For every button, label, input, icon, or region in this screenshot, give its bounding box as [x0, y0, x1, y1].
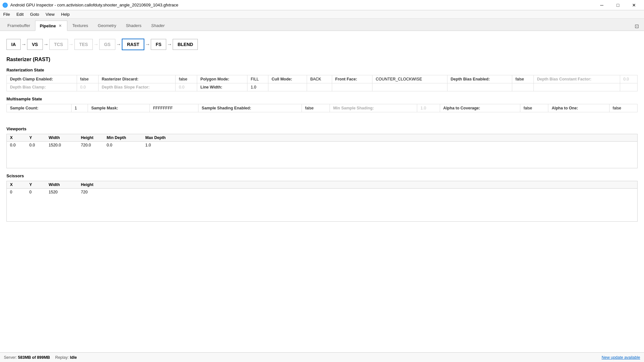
line-width-value: 1.0: [247, 83, 268, 91]
stage-tcs[interactable]: TCS: [49, 39, 68, 50]
alpha-coverage-value: false: [520, 104, 548, 112]
tab-geometry[interactable]: Geometry: [93, 20, 121, 31]
window-title: Android GPU Inspector - com.activision.c…: [10, 3, 178, 7]
stage-tes[interactable]: TES: [74, 39, 93, 50]
close-button[interactable]: ✕: [627, 1, 641, 9]
window-controls: ─ □ ✕: [594, 1, 641, 9]
sc-header-width: Width: [49, 182, 81, 187]
tabs-bar: Framebuffer Pipeline ✕ Textures Geometry…: [0, 19, 644, 31]
sample-count-label: Sample Count:: [7, 104, 72, 112]
sc-width: 1520: [49, 190, 81, 194]
multisample-state-table: Sample Count: 1 Sample Mask: FFFFFFFF Sa…: [6, 104, 638, 112]
depth-bias-enabled-label: Depth Bias Enabled:: [447, 75, 512, 83]
viewports-row-0: 0.0 0.0 1520.0 720.0 0.0 1.0: [7, 142, 637, 149]
sc-header-y: Y: [29, 182, 49, 187]
stage-vs[interactable]: VS: [27, 39, 43, 50]
main-content: IA → VS → TCS → TES → GS → RAST → FS → B…: [0, 31, 644, 352]
vp-y: 0.0: [29, 143, 49, 147]
vp-height: 720.0: [81, 143, 107, 147]
tab-shader[interactable]: Shader: [146, 20, 169, 31]
multisample-row: Sample Count: 1 Sample Mask: FFFFFFFF Sa…: [7, 104, 638, 112]
rast-row-2: Depth Bias Clamp: 0.0 Depth Bias Slope F…: [7, 83, 638, 91]
depth-bias-clamp-label: Depth Bias Clamp:: [7, 83, 77, 91]
multisample-state-title: Multisample State: [6, 97, 638, 101]
depth-bias-constant-value: 0.0: [620, 75, 637, 83]
scissors-header: X Y Width Height: [7, 181, 637, 189]
replay-value: Idle: [70, 355, 77, 360]
tab-pipeline-close[interactable]: ✕: [58, 23, 62, 28]
depth-clamp-value: false: [77, 75, 98, 83]
vp-header-width: Width: [49, 135, 81, 140]
viewports-grid: X Y Width Height Min Depth Max Depth 0.0…: [6, 134, 638, 168]
vp-header-mindepth: Min Depth: [107, 135, 145, 140]
min-sample-shading-label: Min Sample Shading:: [330, 104, 417, 112]
tab-framebuffer[interactable]: Framebuffer: [3, 20, 35, 31]
vp-max-depth: 1.0: [145, 143, 184, 147]
maximize-button[interactable]: □: [610, 1, 625, 9]
tab-shaders[interactable]: Shaders: [121, 20, 146, 31]
line-width-label: Line Width:: [197, 83, 247, 91]
rasterizer-title: Rasterizer (RAST): [6, 57, 638, 62]
min-sample-shading-value: 1.0: [417, 104, 440, 112]
rasterization-state-table: Depth Clamp Enabled: false Rasterizer Di…: [6, 75, 638, 91]
depth-bias-clamp-value: 0.0: [77, 83, 98, 91]
server-label: Server:: [4, 355, 17, 360]
sc-header-height: Height: [81, 182, 107, 187]
sample-mask-label: Sample Mask:: [88, 104, 150, 112]
vp-x: 0.0: [10, 143, 29, 147]
menu-help[interactable]: Help: [58, 11, 73, 18]
menu-file[interactable]: File: [0, 11, 13, 18]
alpha-one-label: Alpha to One:: [548, 104, 609, 112]
depth-bias-slope-value: 0.0: [176, 83, 197, 91]
viewports-title: Viewports: [6, 126, 638, 131]
vp-width: 1520.0: [49, 143, 81, 147]
tab-textures[interactable]: Textures: [67, 20, 93, 31]
minimize-button[interactable]: ─: [594, 1, 609, 9]
status-bar: Server: 583MB of 899MB Replay: Idle New …: [0, 352, 644, 362]
alpha-one-value: false: [609, 104, 637, 112]
depth-bias-constant-label: Depth Bias Constant Factor:: [533, 75, 620, 83]
front-face-value: COUNTER_CLOCKWISE: [372, 75, 447, 83]
arrow-7: →: [166, 42, 173, 47]
depth-clamp-label: Depth Clamp Enabled:: [7, 75, 77, 83]
stage-blend[interactable]: BLEND: [173, 39, 198, 50]
rast-row-1: Depth Clamp Enabled: false Rasterizer Di…: [7, 75, 638, 83]
menu-edit[interactable]: Edit: [13, 11, 27, 18]
sc-height: 720: [81, 190, 107, 194]
arrow-5: →: [115, 42, 122, 47]
stage-gs[interactable]: GS: [99, 39, 115, 50]
server-value: 583MB of 899MB: [18, 355, 50, 360]
arrow-1: →: [21, 42, 27, 47]
scissors-grid: X Y Width Height 0 0 1520 720: [6, 181, 638, 222]
sample-shading-value: false: [302, 104, 330, 112]
sample-count-value: 1: [71, 104, 88, 112]
front-face-label: Front Face:: [332, 75, 372, 83]
scissors-row-0: 0 0 1520 720: [7, 189, 637, 196]
scissors-title: Scissors: [6, 173, 638, 178]
depth-bias-enabled-value: false: [512, 75, 534, 83]
status-left: Server: 583MB of 899MB Replay: Idle: [4, 355, 77, 360]
menu-bar: File Edit Goto View Help: [0, 10, 644, 19]
sc-x: 0: [10, 190, 29, 194]
polygon-mode-value: FILL: [247, 75, 268, 83]
arrow-4: →: [93, 42, 99, 47]
alpha-coverage-label: Alpha to Coverage:: [440, 104, 520, 112]
pipeline-stages: IA → VS → TCS → TES → GS → RAST → FS → B…: [6, 39, 638, 50]
sample-mask-value: FFFFFFFF: [150, 104, 198, 112]
arrow-2: →: [43, 42, 49, 47]
vp-header-y: Y: [29, 135, 49, 140]
sample-shading-label: Sample Shading Enabled:: [198, 104, 302, 112]
stage-ia[interactable]: IA: [6, 39, 21, 50]
menu-view[interactable]: View: [43, 11, 58, 18]
vp-header-height: Height: [81, 135, 107, 140]
menu-goto[interactable]: Goto: [27, 11, 42, 18]
depth-bias-slope-label: Depth Bias Slope Factor:: [98, 83, 175, 91]
update-link[interactable]: New update available: [601, 355, 640, 360]
vp-header-maxdepth: Max Depth: [145, 135, 184, 140]
stage-fs[interactable]: FS: [151, 39, 166, 50]
stage-rast[interactable]: RAST: [122, 39, 144, 50]
tab-pipeline[interactable]: Pipeline ✕: [35, 21, 68, 31]
title-bar: Android GPU Inspector - com.activision.c…: [0, 0, 644, 10]
expand-button[interactable]: ⊡: [632, 22, 641, 31]
viewports-header: X Y Width Height Min Depth Max Depth: [7, 134, 637, 142]
